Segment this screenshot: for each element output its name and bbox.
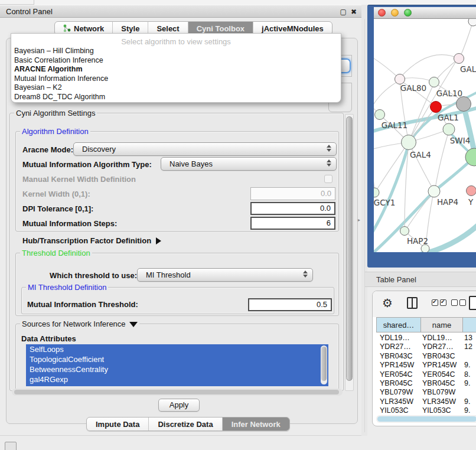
table-cell[interactable]: YDL19… [422,334,462,343]
close-panel-icon[interactable]: ✖ [351,8,357,15]
algorithm-option[interactable]: Bayesian – K2 [11,83,341,93]
table-cell[interactable]: YER054C [422,370,462,379]
splitter-arrow-icon[interactable]: ▸ [358,217,360,223]
table-cell[interactable]: YDR27… [380,343,421,351]
tab-impute-data[interactable]: Impute Data [87,418,148,431]
table-cell[interactable]: YLR345W [422,397,462,406]
table-row[interactable]: YLR345WYLR345W9. [373,397,476,406]
table-row[interactable]: YDL19…YDL19…13 [373,334,476,343]
mi-steps-field[interactable]: 6 [250,217,335,230]
data-attribute-item[interactable]: BetweennessCentrality [26,364,328,374]
scrollbar-thumb[interactable] [321,347,327,381]
table-cell[interactable]: YBL079W [380,388,421,397]
network-node-node-top-partial[interactable] [468,19,476,26]
network-edge[interactable] [376,142,409,191]
network-node-GAL80[interactable] [395,74,405,84]
deselect-all-columns-icon[interactable] [451,299,466,306]
network-node-node-gray[interactable] [457,97,471,112]
sources-expander[interactable]: Sources for Network Inference [20,320,139,328]
table-cell[interactable]: YBR045C [422,379,462,388]
network-edge[interactable] [374,80,400,112]
algorithm-option[interactable]: Mutual Information Inference [11,74,341,84]
column-header-shared-name[interactable]: shared… [376,317,421,332]
network-node-HAP4[interactable] [428,185,440,197]
aracne-mode-combo[interactable]: Discovery [73,142,337,156]
table-cell[interactable]: YDL19… [380,334,421,343]
network-edge[interactable] [407,193,433,228]
panel-splitter[interactable]: ▸ [361,5,367,436]
table-cell[interactable]: 12 [464,343,476,351]
algorithm-option[interactable]: ARACNE Algorithm [11,65,341,74]
network-node-GAL4[interactable] [402,135,416,150]
table-cell[interactable]: YBR043C [380,352,421,361]
table-cell[interactable]: 13 [464,334,476,343]
minimize-window-icon[interactable] [391,9,399,17]
network-node-node-bottom-partial[interactable] [421,244,429,252]
table-row[interactable]: YIL053CYIL053C9. [373,406,476,415]
network-node-node-salmon[interactable] [467,186,476,196]
attributes-list-scrollbar[interactable] [321,345,327,384]
restore-panel-icon[interactable] [5,442,17,450]
network-node-HAP2[interactable] [400,227,409,236]
manual-kernel-width-checkbox[interactable] [324,175,332,183]
network-node-GCY1[interactable] [374,188,379,197]
table-row[interactable]: YER054CYER054C8. [373,370,476,379]
table-cell[interactable]: YPR145W [422,361,462,370]
network-node-GAL-partial[interactable] [454,54,464,64]
tab-infer-network[interactable]: Infer Network [222,418,289,431]
table-cell[interactable]: YDR27… [422,343,462,351]
apply-button[interactable]: Apply [158,399,200,412]
which-threshold-combo[interactable]: MI Threshold [137,268,313,282]
network-canvas[interactable]: GALGAL80GAL10GAL11GAL1GAL4SWI4GCY1HAP4YH… [374,19,476,252]
mi-threshold-field[interactable]: 0.5 [248,298,332,311]
settings-vertical-scrollbar[interactable] [345,114,354,391]
table-cell[interactable]: 9. [464,379,476,388]
float-panel-icon[interactable]: ▢ [340,8,347,15]
data-attribute-item[interactable]: SelfLoops [26,344,328,354]
tab-discretize-data[interactable]: Discretize Data [148,418,221,431]
table-cell[interactable]: 9. [464,397,476,406]
algorithm-option[interactable]: Dream8 DC_TDC Algorithm [11,93,341,102]
split-columns-icon[interactable] [407,297,418,309]
network-edge[interactable] [460,25,472,57]
select-all-columns-icon[interactable] [432,299,446,306]
network-node-GAL11[interactable] [375,110,385,120]
scrollbar-thumb[interactable] [14,390,339,394]
table-cell[interactable]: 9. [464,406,476,415]
table-row[interactable]: YBL079WYBL079W [373,388,476,397]
table-cell[interactable]: YIL053C [380,406,421,415]
table-cell[interactable]: YER054C [380,370,421,379]
settings-horizontal-scrollbar[interactable] [12,389,343,396]
export-table-icon[interactable] [469,296,476,310]
dpi-tolerance-field[interactable]: 0.0 [250,202,335,215]
column-header-name[interactable]: name [420,317,463,332]
kernel-width-field[interactable]: 0.0 [250,187,335,200]
column-header-partial[interactable] [462,317,476,332]
settings-gear-icon[interactable]: ⚙ [382,296,393,309]
network-window-titlebar[interactable] [374,7,476,19]
mi-algorithm-type-combo[interactable]: Naive Bayes [161,157,337,171]
table-row[interactable]: YBR045CYBR045C9. [373,379,476,388]
network-node-GAL10[interactable] [429,77,439,87]
table-cell[interactable]: YBR045C [380,379,421,388]
algorithm-option[interactable]: Bayesian – Hill Climbing [11,47,341,56]
network-edge[interactable] [374,56,399,78]
table-cell[interactable]: 8. [464,370,476,379]
table-cell[interactable]: 9. [464,361,476,370]
data-attribute-item[interactable]: gal4RGexp [26,374,328,384]
scrollbar-thumb[interactable] [377,416,476,422]
table-cell[interactable]: YBR043C [422,352,462,361]
table-cell[interactable]: YLR345W [380,397,421,406]
hub-tf-definition-expander[interactable]: Hub/Transcription Factor Definition [22,236,161,245]
close-window-icon[interactable] [378,9,386,17]
table-row[interactable]: YDR27…YDR27…12 [373,343,476,351]
algorithm-option[interactable]: Basic Correlation Inference [11,56,341,66]
data-attributes-list[interactable]: SelfLoopsTopologicalCoefficientBetweenne… [26,344,328,386]
table-cell[interactable]: YBL079W [422,388,462,397]
scrollbar-thumb[interactable] [346,116,353,381]
data-attribute-item[interactable]: TopologicalCoefficient [26,354,328,364]
table-row[interactable]: YBR043CYBR043C [373,352,476,361]
table-row[interactable]: YPR145WYPR145W9. [373,361,476,370]
table-horizontal-scrollbar[interactable] [376,415,476,423]
table-cell[interactable]: YPR145W [380,361,421,370]
